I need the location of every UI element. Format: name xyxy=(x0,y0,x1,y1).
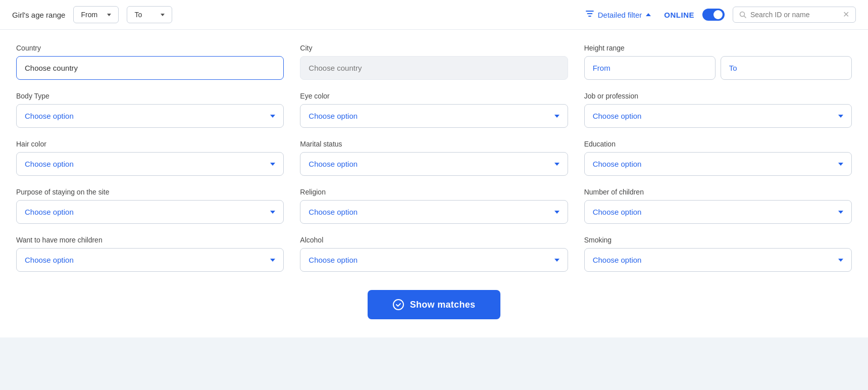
purpose-group: Purpose of staying on the site Choose op… xyxy=(16,188,284,224)
religion-label: Religion xyxy=(300,188,568,196)
alcohol-group: Alcohol Choose option xyxy=(300,236,568,272)
alcohol-label: Alcohol xyxy=(300,236,568,244)
top-bar: Girl's age range From To Detailed filter… xyxy=(0,0,868,30)
age-from-label: From xyxy=(81,11,97,19)
purpose-chevron-down-icon xyxy=(270,211,275,214)
want-children-chevron-down-icon xyxy=(270,259,275,262)
smoking-label: Smoking xyxy=(584,236,852,244)
job-group: Job or profession Choose option xyxy=(584,92,852,128)
height-from-label: From xyxy=(593,64,610,72)
hair-color-chevron-down-icon xyxy=(270,163,275,166)
height-range-label: Height range xyxy=(584,44,852,52)
want-children-group: Want to have more children Choose option xyxy=(16,236,284,272)
want-children-placeholder: Choose option xyxy=(25,256,74,264)
marital-status-group: Marital status Choose option xyxy=(300,140,568,176)
age-from-select[interactable]: From xyxy=(73,6,119,23)
marital-status-label: Marital status xyxy=(300,140,568,148)
religion-placeholder: Choose option xyxy=(309,208,358,216)
age-range-label: Girl's age range xyxy=(12,11,65,19)
close-icon[interactable]: ✕ xyxy=(843,11,849,19)
eye-color-chevron-down-icon xyxy=(554,115,559,118)
purpose-label: Purpose of staying on the site xyxy=(16,188,284,196)
num-children-group: Number of children Choose option xyxy=(584,188,852,224)
education-placeholder: Choose option xyxy=(593,160,642,168)
alcohol-placeholder: Choose option xyxy=(309,256,358,264)
search-input[interactable] xyxy=(750,11,839,19)
filter-grid: Country City Height range From To xyxy=(16,44,852,272)
eye-color-group: Eye color Choose option xyxy=(300,92,568,128)
religion-chevron-down-icon xyxy=(554,211,559,214)
toggle-thumb xyxy=(713,10,723,19)
online-label: ONLINE xyxy=(664,11,694,19)
online-toggle[interactable] xyxy=(702,9,725,21)
smoking-group: Smoking Choose option xyxy=(584,236,852,272)
detailed-filter-chevron-up-icon xyxy=(646,13,651,16)
age-to-select[interactable]: To xyxy=(127,6,172,23)
eye-color-label: Eye color xyxy=(300,92,568,100)
city-label: City xyxy=(300,44,568,52)
education-select[interactable]: Choose option xyxy=(584,152,852,176)
smoking-select[interactable]: Choose option xyxy=(584,248,852,272)
country-input[interactable] xyxy=(16,56,284,80)
eye-color-placeholder: Choose option xyxy=(309,112,358,120)
height-to-label: To xyxy=(729,64,737,72)
body-type-label: Body Type xyxy=(16,92,284,100)
filter-icon xyxy=(586,10,594,20)
age-to-chevron-down-icon xyxy=(161,14,165,16)
body-type-placeholder: Choose option xyxy=(25,112,74,120)
hair-color-label: Hair color xyxy=(16,140,284,148)
hair-color-select[interactable]: Choose option xyxy=(16,152,284,176)
smoking-placeholder: Choose option xyxy=(593,256,642,264)
religion-group: Religion Choose option xyxy=(300,188,568,224)
purpose-placeholder: Choose option xyxy=(25,208,74,216)
purpose-select[interactable]: Choose option xyxy=(16,200,284,224)
want-children-label: Want to have more children xyxy=(16,236,284,244)
height-from-select[interactable]: From xyxy=(584,56,716,80)
show-matches-label: Show matches xyxy=(410,300,476,310)
marital-status-chevron-down-icon xyxy=(554,163,559,166)
check-circle-icon xyxy=(393,299,404,310)
hair-color-group: Hair color Choose option xyxy=(16,140,284,176)
country-group: Country xyxy=(16,44,284,80)
height-range-group: Height range From To xyxy=(584,44,852,80)
age-to-label: To xyxy=(134,11,142,19)
detailed-filter-label: Detailed filter xyxy=(598,11,642,19)
body-type-chevron-down-icon xyxy=(270,115,275,118)
city-input[interactable] xyxy=(300,56,568,80)
body-type-group: Body Type Choose option xyxy=(16,92,284,128)
education-chevron-down-icon xyxy=(838,163,843,166)
want-children-select[interactable]: Choose option xyxy=(16,248,284,272)
num-children-select[interactable]: Choose option xyxy=(584,200,852,224)
marital-status-select[interactable]: Choose option xyxy=(300,152,568,176)
detailed-filter-button[interactable]: Detailed filter xyxy=(581,7,656,23)
main-panel: Country City Height range From To xyxy=(0,30,868,337)
age-from-chevron-down-icon xyxy=(107,14,111,16)
body-type-select[interactable]: Choose option xyxy=(16,104,284,128)
job-chevron-down-icon xyxy=(838,115,843,118)
search-icon xyxy=(739,11,746,18)
education-group: Education Choose option xyxy=(584,140,852,176)
job-select[interactable]: Choose option xyxy=(584,104,852,128)
num-children-label: Number of children xyxy=(584,188,852,196)
alcohol-select[interactable]: Choose option xyxy=(300,248,568,272)
marital-status-placeholder: Choose option xyxy=(309,160,358,168)
country-label: Country xyxy=(16,44,284,52)
checkmark-icon xyxy=(395,302,401,308)
job-label: Job or profession xyxy=(584,92,852,100)
num-children-chevron-down-icon xyxy=(838,211,843,214)
education-label: Education xyxy=(584,140,852,148)
eye-color-select[interactable]: Choose option xyxy=(300,104,568,128)
show-matches-button[interactable]: Show matches xyxy=(368,290,501,319)
height-to-select[interactable]: To xyxy=(721,56,852,80)
city-group: City xyxy=(300,44,568,80)
smoking-chevron-down-icon xyxy=(838,259,843,262)
num-children-placeholder: Choose option xyxy=(593,208,642,216)
toggle-track xyxy=(702,9,725,21)
job-placeholder: Choose option xyxy=(593,112,642,120)
hair-color-placeholder: Choose option xyxy=(25,160,74,168)
search-box: ✕ xyxy=(733,7,856,23)
alcohol-chevron-down-icon xyxy=(554,259,559,262)
religion-select[interactable]: Choose option xyxy=(300,200,568,224)
height-range-selects: From To xyxy=(584,56,852,80)
